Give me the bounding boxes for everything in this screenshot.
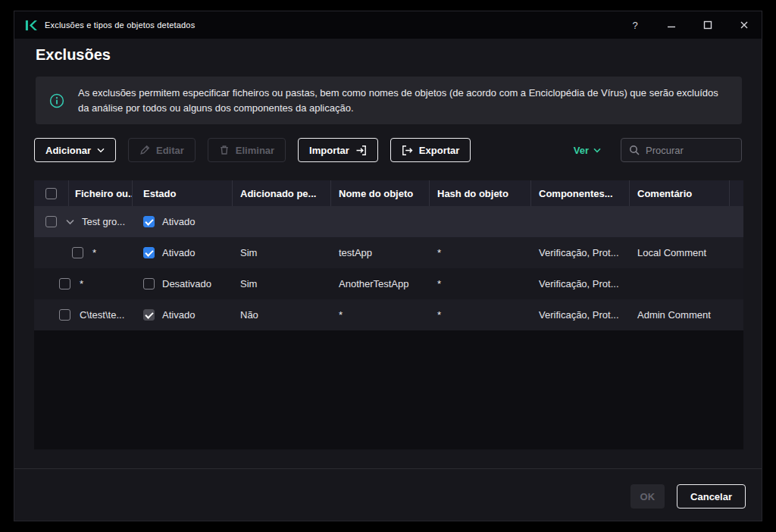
column-header-filler: [730, 180, 743, 206]
view-menu-label: Ver: [574, 145, 589, 156]
status-label: Ativado: [162, 247, 195, 258]
group-row-status-cell: Ativado: [133, 206, 233, 237]
column-header-status[interactable]: Estado: [133, 180, 233, 206]
titlebar: Exclusões e tipos de objetos detetados ?: [14, 11, 762, 39]
table-row[interactable]: C\test\te... Ativado Não * * Verificação…: [34, 299, 743, 330]
row-added-by: Não: [233, 299, 331, 330]
row-comment: Local Comment: [630, 237, 730, 268]
column-header-comment[interactable]: Comentário: [630, 180, 730, 206]
kaspersky-logo-icon: [24, 19, 37, 32]
toolbar: Adicionar Editar Eliminar Importar Expor…: [34, 138, 742, 162]
close-button[interactable]: [733, 14, 756, 36]
page-title: Exclusões: [36, 46, 111, 64]
row-file: *: [92, 247, 96, 258]
group-row-components-cell: [531, 206, 630, 237]
row-object-name: *: [331, 299, 430, 330]
column-header-object-name[interactable]: Nome do objeto: [331, 180, 430, 206]
status-checkbox[interactable]: [143, 247, 155, 258]
pencil-icon: [139, 145, 150, 155]
row-status-cell: Ativado: [133, 237, 233, 268]
search-icon: [629, 145, 640, 155]
row-file-cell: *: [34, 268, 133, 299]
row-object-hash: *: [430, 237, 531, 268]
group-row-added-cell: [233, 206, 331, 237]
row-object-name: AnotherTestApp: [331, 268, 430, 299]
row-object-name: testApp: [331, 237, 430, 268]
row-components: Verificação, Prot...: [531, 299, 630, 330]
cancel-button[interactable]: Cancelar: [677, 484, 746, 509]
edit-button[interactable]: Editar: [128, 138, 196, 162]
maximize-button[interactable]: [696, 14, 719, 36]
app-window: Exclusões e tipos de objetos detetados ?…: [14, 11, 762, 521]
status-label: Ativado: [162, 309, 195, 321]
chevron-down-icon: [97, 148, 105, 153]
footer: OK Cancelar: [630, 484, 746, 509]
export-button-label: Exportar: [419, 145, 459, 156]
status-label: Ativado: [162, 216, 195, 227]
status-label: Desativado: [162, 278, 211, 289]
group-name: Test gro...: [82, 216, 125, 227]
table-group-row[interactable]: Test gro... Ativado: [34, 206, 743, 237]
row-object-hash: *: [430, 299, 531, 330]
minimize-button[interactable]: [660, 14, 683, 36]
row-file-cell: *: [34, 237, 133, 268]
row-status-cell: Desativado: [133, 268, 233, 299]
trash-icon: [219, 145, 230, 155]
row-filler-cell: [730, 299, 743, 330]
export-icon: [402, 145, 413, 156]
add-button[interactable]: Adicionar: [34, 138, 116, 162]
row-object-hash: *: [430, 268, 531, 299]
export-button[interactable]: Exportar: [390, 138, 471, 162]
help-button[interactable]: ?: [624, 14, 646, 36]
column-header-components[interactable]: Componentes...: [531, 180, 630, 206]
group-row-comment-cell: [630, 206, 730, 237]
search-input[interactable]: [646, 145, 734, 156]
status-checkbox[interactable]: [143, 216, 155, 227]
ok-button[interactable]: OK: [630, 484, 665, 509]
row-select-checkbox[interactable]: [59, 309, 70, 321]
group-row-filler-cell: [730, 206, 743, 237]
group-row-file-cell: Test gro...: [34, 206, 133, 237]
row-added-by: Sim: [233, 237, 331, 268]
row-comment: Admin Comment: [630, 299, 730, 330]
info-icon: [49, 93, 64, 108]
row-select-checkbox[interactable]: [72, 247, 83, 258]
expander-chevron-icon[interactable]: [66, 219, 74, 225]
import-button-label: Importar: [309, 145, 349, 156]
row-filler-cell: [730, 268, 743, 299]
table-row[interactable]: * Ativado Sim testApp * Verificação, Pro…: [34, 237, 743, 268]
row-components: Verificação, Prot...: [531, 268, 630, 299]
row-filler-cell: [730, 237, 743, 268]
row-file-cell: C\test\te...: [34, 299, 133, 330]
import-button[interactable]: Importar: [298, 138, 378, 162]
window-title: Exclusões e tipos de objetos detetados: [45, 20, 195, 30]
row-status-cell: Ativado: [133, 299, 233, 330]
column-header-object-hash[interactable]: Hash do objeto: [430, 180, 531, 206]
status-checkbox[interactable]: [143, 278, 155, 289]
status-checkbox[interactable]: [143, 309, 155, 321]
row-select-checkbox[interactable]: [59, 278, 70, 289]
delete-button[interactable]: Eliminar: [208, 138, 286, 162]
search-box: [621, 138, 742, 162]
row-comment: [630, 268, 730, 299]
chevron-down-icon: [593, 148, 601, 153]
import-icon: [355, 145, 367, 156]
exclusions-table: Ficheiro ou... Estado Adicionado pe... N…: [34, 180, 743, 449]
column-header-added-by[interactable]: Adicionado pe...: [233, 180, 331, 206]
select-all-cell: [34, 180, 69, 206]
table-row[interactable]: * Desativado Sim AnotherTestApp * Verifi…: [34, 268, 743, 299]
table-header: Ficheiro ou... Estado Adicionado pe... N…: [34, 180, 743, 206]
view-menu-button[interactable]: Ver: [574, 145, 601, 156]
group-row-hash-cell: [430, 206, 531, 237]
edit-button-label: Editar: [156, 145, 184, 156]
select-all-checkbox[interactable]: [45, 188, 57, 199]
delete-button-label: Eliminar: [236, 145, 274, 156]
banner-text: As exclusões permitem especificar fichei…: [78, 86, 724, 115]
row-added-by: Sim: [233, 268, 331, 299]
footer-divider: [14, 468, 762, 469]
row-select-checkbox[interactable]: [45, 216, 57, 227]
add-button-label: Adicionar: [45, 145, 91, 156]
info-banner: As exclusões permitem especificar fichei…: [36, 77, 742, 124]
window-controls: ?: [624, 14, 756, 36]
column-header-file[interactable]: Ficheiro ou...: [69, 180, 133, 206]
